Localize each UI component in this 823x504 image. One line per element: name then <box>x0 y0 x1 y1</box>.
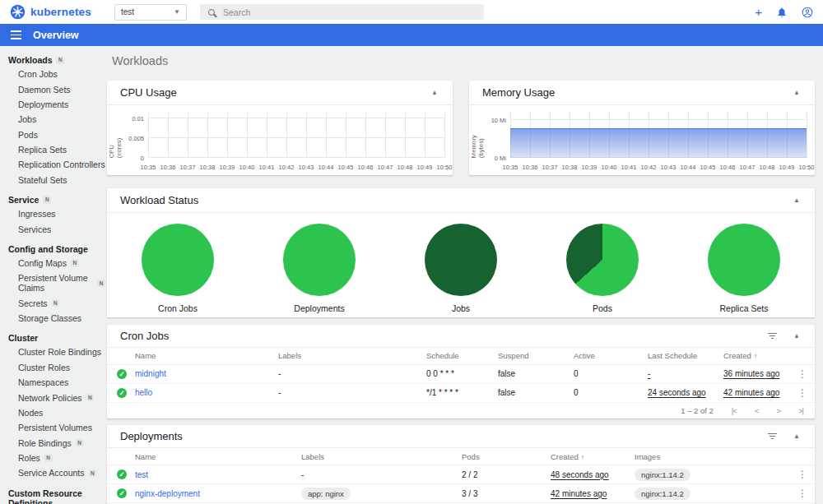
column-header-images[interactable]: Images <box>635 452 790 461</box>
sidebar-item-pods[interactable]: Pods <box>0 127 105 142</box>
column-header-schedule[interactable]: Schedule <box>426 351 498 360</box>
sidebar-item-nodes[interactable]: Nodes <box>0 405 105 420</box>
sidebar-item-service-accounts[interactable]: Service AccountsN <box>0 465 105 480</box>
sidebar-item-label: Cluster Role Bindings <box>18 347 101 357</box>
filter-icon[interactable] <box>768 433 777 440</box>
sidebar-item-namespaces[interactable]: Namespaces <box>0 375 105 390</box>
column-header-name[interactable]: Name <box>135 452 301 461</box>
cron-jobs-table-header: NameLabelsScheduleSuspendActiveLast Sche… <box>107 348 815 365</box>
pie-chart-pods <box>566 224 639 296</box>
x-tick-label: 10:38 <box>562 164 578 171</box>
row-menu-icon[interactable]: ⋮ <box>790 368 815 380</box>
collapse-caret-icon[interactable]: ▲ <box>792 331 802 341</box>
cpu-usage-card: CPU Usage ▲ CPU (cores) 00.0050.01 10:35… <box>107 81 453 175</box>
sidebar-item-services[interactable]: Services <box>0 221 105 236</box>
x-tick-label: 10:47 <box>740 164 756 171</box>
collapse-caret-icon[interactable]: ▲ <box>430 87 439 98</box>
column-header-label: Suspend <box>498 351 529 360</box>
column-header-active[interactable]: Active <box>574 351 648 360</box>
filter-icon[interactable] <box>768 333 777 340</box>
sidebar-item-ingresses[interactable]: Ingresses <box>0 206 105 221</box>
namespace-selector[interactable]: test ▼ <box>114 4 187 21</box>
row-menu-icon[interactable]: ⋮ <box>790 469 815 480</box>
next-page-icon[interactable]: > <box>776 406 780 415</box>
column-header-labels[interactable]: Labels <box>278 351 426 360</box>
sidebar-item-roles[interactable]: RolesN <box>0 451 105 465</box>
notifications-bell-icon[interactable] <box>776 7 788 18</box>
account-user-icon[interactable] <box>802 7 813 18</box>
sidebar-item-secrets[interactable]: SecretsN <box>0 296 105 311</box>
first-page-icon[interactable]: |< <box>732 406 737 415</box>
column-header-label: Created <box>551 452 579 461</box>
row-menu-icon[interactable]: ⋮ <box>790 387 815 399</box>
collapse-caret-icon[interactable]: ▲ <box>792 87 802 98</box>
column-header-last-schedule[interactable]: Last Schedule <box>648 351 723 360</box>
sidebar-item-persistent-volumes[interactable]: Persistent Volumes <box>0 420 105 435</box>
column-header-suspend[interactable]: Suspend <box>498 351 574 360</box>
menu-hamburger-icon[interactable] <box>11 30 21 39</box>
pie-label: Jobs <box>399 303 523 313</box>
sidebar-item-cluster-role-bindings[interactable]: Cluster Role Bindings <box>0 344 105 359</box>
new-badge: N <box>86 394 95 401</box>
column-header-pods[interactable]: Pods <box>462 452 551 461</box>
created-cell: 42 minutes ago <box>723 388 790 397</box>
image-chip: nginx:1.14.2 <box>635 469 690 481</box>
create-resource-icon[interactable]: + <box>755 6 762 18</box>
column-header-created[interactable]: Created↑ <box>551 452 635 461</box>
collapse-caret-icon[interactable]: ▲ <box>792 431 802 442</box>
sidebar-item-jobs[interactable]: Jobs <box>0 112 105 127</box>
sidebar-item-cluster-roles[interactable]: Cluster Roles <box>0 360 105 375</box>
gridline <box>510 119 807 120</box>
sidebar-item-label: Secrets <box>18 298 48 308</box>
sidebar-item-deployments[interactable]: Deployments <box>0 97 105 112</box>
column-header-label: Name <box>135 351 156 360</box>
column-header-labels[interactable]: Labels <box>301 452 462 461</box>
sidebar-item-config-maps[interactable]: Config MapsN <box>0 256 105 270</box>
sidebar-item-label: Roles <box>18 453 40 463</box>
row-menu-icon[interactable]: ⋮ <box>790 488 815 499</box>
deployment-name-link[interactable]: test <box>135 470 301 479</box>
cronjob-name-link[interactable]: midnight <box>135 369 278 378</box>
labels-cell: - <box>278 388 426 397</box>
sidebar-group-service[interactable]: ServiceN <box>8 195 105 205</box>
search-bar[interactable] <box>200 4 484 20</box>
sidebar-group-workloads[interactable]: WorkloadsN <box>8 55 105 65</box>
x-tick-label: 10:41 <box>621 164 637 171</box>
memory-usage-card: Memory Usage ▲ Memory (bytes) 0 Mi10 Mi … <box>469 81 815 175</box>
sidebar-item-stateful-sets[interactable]: Stateful Sets <box>0 173 105 187</box>
x-tick-label: 10:39 <box>220 164 235 171</box>
y-tick-label: 10 Mi <box>491 117 506 124</box>
previous-page-icon[interactable]: < <box>755 406 759 415</box>
sidebar-item-cron-jobs[interactable]: Cron Jobs <box>0 67 105 81</box>
sidebar-group-label: Workloads <box>8 55 52 65</box>
metrics-row: CPU Usage ▲ CPU (cores) 00.0050.01 10:35… <box>107 81 815 175</box>
x-tick-label: 10:44 <box>319 164 334 171</box>
column-header-created[interactable]: Created↑ <box>723 351 790 360</box>
search-input[interactable] <box>223 7 476 17</box>
column-header-label: Schedule <box>426 351 459 360</box>
sidebar-item-label: Role Bindings <box>18 438 72 448</box>
sidebar-item-storage-classes[interactable]: Storage Classes <box>0 311 105 326</box>
sidebar-item-daemon-sets[interactable]: Daemon Sets <box>0 81 105 96</box>
sidebar-item-network-policies[interactable]: Network PoliciesN <box>0 390 105 405</box>
last-page-icon[interactable]: >| <box>798 406 803 415</box>
gridline <box>168 112 169 158</box>
x-tick-label: 10:45 <box>338 164 354 171</box>
deployment-name-link[interactable]: nginx-deployment <box>135 489 301 498</box>
x-tick-label: 10:37 <box>542 164 558 171</box>
sidebar-item-persistent-volume-claims[interactable]: Persistent Volume ClaimsN <box>0 270 105 295</box>
sidebar-item-replica-sets[interactable]: Replica Sets <box>0 142 105 157</box>
deployments-table-header: NameLabelsPodsCreated↑Images <box>107 448 815 465</box>
sidebar-item-role-bindings[interactable]: Role BindingsN <box>0 436 105 451</box>
cronjob-name-link[interactable]: hello <box>135 388 278 397</box>
column-header-name[interactable]: Name <box>135 351 278 360</box>
sidebar-item-replication-controllers[interactable]: Replication Controllers <box>0 157 105 172</box>
status-ok-icon: ✓ <box>117 469 127 479</box>
gridline <box>286 112 287 158</box>
schedule-cell: 0 0 * * * <box>426 369 498 378</box>
collapse-caret-icon[interactable]: ▲ <box>792 195 802 206</box>
gridline <box>346 112 346 158</box>
status-ok-icon: ✓ <box>117 388 127 398</box>
sidebar-item-label: Replica Sets <box>18 145 67 155</box>
kubernetes-logo[interactable]: kubernetes <box>10 4 91 20</box>
